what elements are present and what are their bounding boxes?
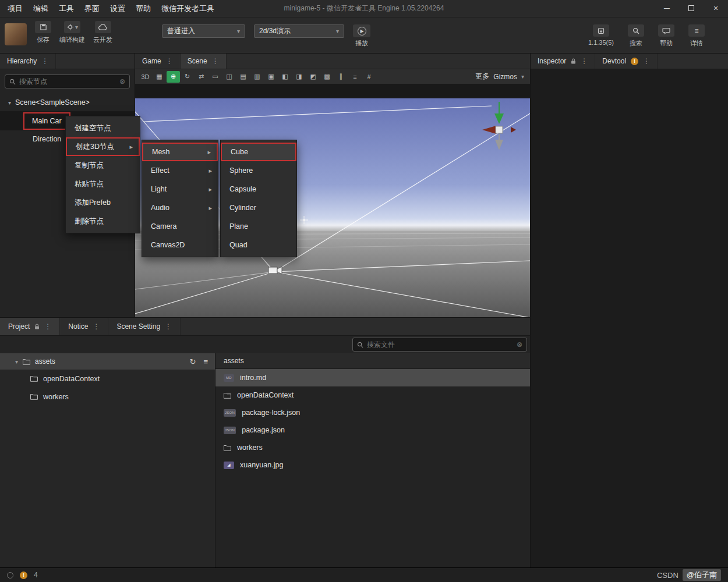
tool-snap-icon[interactable]: # (362, 71, 376, 83)
tab-notice[interactable]: Notice ⋮ (60, 318, 108, 335)
node-search-box[interactable]: ⊗ (5, 74, 130, 88)
tree-caret-icon[interactable]: ▾ (15, 359, 18, 365)
close-button[interactable]: × (704, 0, 728, 17)
menu-help[interactable]: 帮助 (130, 0, 156, 17)
mesh-quad[interactable]: Quad (221, 236, 296, 254)
menu-edit[interactable]: 编辑 (28, 0, 54, 17)
mesh-cylinder[interactable]: Cylinder (221, 198, 296, 217)
file-row-xuanyuan-jpg[interactable]: ◢ xuanyuan.jpg (215, 456, 530, 474)
version-button[interactable]: 1.1.35(5) (588, 24, 614, 48)
file-row-opendatacontext[interactable]: openDataContext (215, 386, 530, 404)
tool-rotate-icon[interactable]: ↻ (181, 71, 194, 83)
tool-columns-icon[interactable]: ∥ (334, 71, 348, 83)
ctx-create-empty-node[interactable]: 创建空节点 (66, 119, 140, 137)
kebab-menu-icon[interactable]: ⋮ (41, 57, 48, 65)
ctx-add-prefab[interactable]: 添加Prefeb (66, 193, 140, 212)
tool-3d-toggle[interactable]: 3D (139, 71, 152, 83)
tool-frame-icon[interactable]: ◫ (222, 71, 236, 83)
file-row-package-json[interactable]: JSON package.json (215, 421, 530, 439)
kebab-menu-icon[interactable]: ⋮ (44, 322, 51, 331)
ctx-copy-node[interactable]: 复制节点 (66, 156, 140, 175)
clear-search-icon[interactable]: ⊗ (517, 340, 522, 349)
submenu-mesh[interactable]: Mesh ▸ (142, 143, 218, 161)
tool-align-center-icon[interactable]: ◨ (292, 71, 306, 83)
tool-align-top-icon[interactable]: ▤ (236, 71, 250, 83)
gizmos-dropdown[interactable]: 更多 Gizmos ▾ (475, 72, 526, 81)
maximize-button[interactable] (679, 0, 704, 17)
refresh-icon[interactable]: ↻ (190, 357, 196, 366)
file-row-intro-md[interactable]: MD intro.md (215, 369, 530, 386)
tool-move-icon[interactable]: ⊕ (167, 71, 180, 83)
mesh-cube[interactable]: Cube (221, 143, 296, 161)
tool-scale-icon[interactable]: ⇄ (195, 71, 208, 83)
tab-devtool[interactable]: Devtool ! ⋮ (595, 54, 658, 69)
clear-search-icon[interactable]: ⊗ (119, 77, 125, 86)
menu-ui[interactable]: 界面 (79, 0, 105, 17)
tab-game[interactable]: Game ⋮ (135, 54, 181, 69)
tool-distribute-icon[interactable]: ▩ (320, 71, 334, 83)
tool-grid-icon[interactable]: ▦ (153, 71, 166, 83)
submenu-light[interactable]: Light ▸ (142, 180, 218, 198)
detail-label: 详情 (690, 39, 703, 48)
kebab-menu-icon[interactable]: ⋮ (212, 57, 219, 65)
menu-project[interactable]: 项目 (2, 0, 28, 17)
mesh-plane[interactable]: Plane (221, 217, 296, 236)
ctx-delete-node[interactable]: 删除节点 (66, 212, 140, 230)
menu-tools[interactable]: 工具 (54, 0, 79, 17)
mesh-sphere[interactable]: Sphere (221, 161, 296, 180)
submenu-audio[interactable]: Audio ▸ (142, 198, 218, 217)
tab-inspector[interactable]: Inspector ⋮ (531, 54, 595, 69)
kebab-menu-icon[interactable]: ⋮ (166, 57, 173, 65)
tab-scene[interactable]: Scene ⋮ (181, 54, 227, 69)
tool-align-right-icon[interactable]: ◩ (306, 71, 320, 83)
search-button[interactable]: 搜索 (628, 24, 644, 48)
tab-scene-setting[interactable]: Scene Setting ⋮ (108, 318, 181, 335)
list-view-icon[interactable]: ≡ (203, 357, 208, 366)
build-button[interactable]: ▾ 编译构建 (59, 21, 85, 44)
menu-devtools[interactable]: 微信开发者工具 (156, 0, 220, 17)
minimize-button[interactable]: ─ (655, 0, 679, 17)
tab-hierarchy[interactable]: Hierarchy ⋮ (0, 54, 56, 69)
ctx-item-label: 粘贴节点 (75, 179, 104, 189)
project-content: ▾ assets ↻ ≡ openDataContext (0, 353, 530, 567)
kebab-menu-icon[interactable]: ⋮ (643, 57, 650, 65)
kebab-menu-icon[interactable]: ⋮ (93, 322, 100, 331)
submenu-camera[interactable]: Camera (142, 217, 218, 236)
tree-item-opendatacontext[interactable]: openDataContext (0, 370, 215, 388)
user-avatar[interactable] (5, 23, 27, 45)
camera-gizmo[interactable] (268, 267, 282, 274)
tool-align-bottom-icon[interactable]: ▣ (264, 71, 278, 83)
file-row-workers[interactable]: workers (215, 439, 530, 456)
detail-button[interactable]: ≡ 详情 (688, 24, 705, 48)
file-search-box[interactable]: ⊗ (352, 338, 527, 352)
warning-icon[interactable]: ! (20, 572, 27, 579)
run-mode-select[interactable]: 普通进入 ▾ (162, 24, 245, 38)
play-button[interactable]: ▶ 播放 (353, 24, 370, 48)
tab-project[interactable]: Project ⋮ (0, 318, 60, 335)
menu-settings[interactable]: 设置 (105, 0, 130, 17)
chevron-down-icon: ▾ (237, 28, 240, 34)
tool-align-middle-icon[interactable]: ▥ (250, 71, 264, 83)
help-button[interactable]: 帮助 (658, 24, 674, 48)
tool-list-icon[interactable]: ≡ (348, 71, 362, 83)
cloud-dev-button[interactable]: 云开发 (93, 21, 112, 44)
tree-caret-icon[interactable]: ▾ (8, 100, 11, 106)
ctx-create-3d-node[interactable]: 创建3D节点 ▸ (66, 137, 140, 156)
tree-node-scene[interactable]: ▾ Scene<SampleScene> (0, 94, 135, 111)
submenu-canvas2d[interactable]: Canvas2D (142, 236, 218, 254)
submenu-effect[interactable]: Effect ▸ (142, 161, 218, 180)
node-search-input[interactable] (19, 77, 116, 86)
tree-item-workers[interactable]: workers (0, 388, 215, 406)
tool-align-left-icon[interactable]: ◧ (278, 71, 292, 83)
tree-root-assets[interactable]: ▾ assets ↻ ≡ (0, 353, 215, 370)
file-search-input[interactable] (367, 340, 513, 349)
ctx-paste-node[interactable]: 粘贴节点 (66, 175, 140, 193)
save-button[interactable]: 保存 (35, 21, 51, 44)
kebab-menu-icon[interactable]: ⋮ (165, 322, 172, 331)
file-row-package-lock-json[interactable]: JSON package-lock.json (215, 404, 530, 421)
demo-scene-select[interactable]: 2d/3d演示 ▾ (254, 24, 344, 38)
tool-rect-icon[interactable]: ▭ (208, 71, 222, 83)
kebab-menu-icon[interactable]: ⋮ (581, 57, 588, 65)
menubar: 项目 编辑 工具 界面 设置 帮助 微信开发者工具 (0, 0, 220, 17)
mesh-capsule[interactable]: Capsule (221, 180, 296, 198)
